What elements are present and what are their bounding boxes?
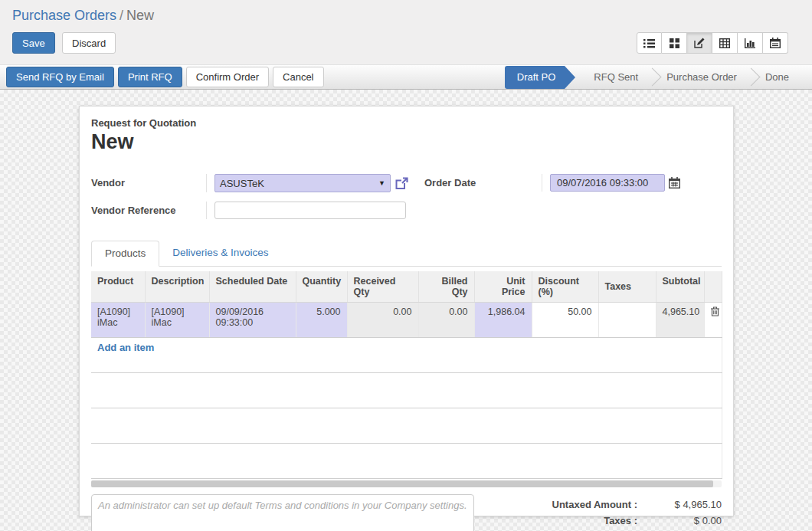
notebook-tabs: Products Deliveries & Invoices [91,241,722,267]
confirm-order-button[interactable]: Confirm Order [186,67,269,87]
save-button[interactable]: Save [12,32,55,54]
col-header-discount[interactable]: Discount (%) [532,271,598,303]
vendor-label: Vendor [91,174,206,192]
form-sheet: Request for Quotation New Vendor ASUSTeK… [79,106,734,516]
cell-quantity[interactable]: 5.000 [296,303,347,338]
pivot-view-icon[interactable] [712,32,738,54]
trash-icon [711,306,719,316]
cell-description[interactable]: [A1090] iMac [145,303,209,338]
breadcrumb: Purchase Orders/New [0,0,812,24]
sheet-subtitle: Request for Quotation [91,117,722,129]
tab-deliveries-invoices[interactable]: Deliveries & Invoices [159,241,281,266]
untaxed-amount-label: Untaxed Amount : [552,499,637,510]
status-step-purchase-order[interactable]: Purchase Order [654,65,749,90]
vendor-reference-input[interactable] [214,202,406,219]
vendor-select[interactable]: ASUSTeK ▼ [214,174,391,192]
add-an-item-link[interactable]: Add an item [97,342,154,353]
send-rfq-button[interactable]: Send RFQ by Email [6,67,114,87]
empty-row [91,408,722,444]
cell-product[interactable]: [A1090] iMac [91,303,145,338]
tab-products[interactable]: Products [91,241,159,267]
horizontal-scrollbar[interactable] [91,480,722,487]
page-title: New [91,130,722,154]
top-bar: Purchase Orders/New Save Discard [0,0,812,65]
scrollbar-thumb[interactable] [91,480,713,487]
cell-unit-price[interactable]: 1,986.04 [474,303,532,338]
table-row[interactable]: [A1090] iMac [A1090] iMac 09/09/2016 09:… [91,303,722,338]
breadcrumb-separator: / [116,8,126,23]
untaxed-amount-value: $ 4,965.10 [637,499,722,510]
status-bar: Draft PO RFQ Sent Purchase Order Done [505,65,812,90]
external-link-icon[interactable] [395,177,408,190]
chevron-down-icon: ▼ [378,179,385,187]
col-header-billed-qty[interactable]: Billed Qty [418,271,474,303]
terms-textarea[interactable] [91,494,474,531]
vendor-reference-label: Vendor Reference [91,202,206,219]
cell-subtotal: 4,965.10 [656,303,704,338]
col-header-taxes[interactable]: Taxes [598,271,656,303]
cancel-button[interactable]: Cancel [273,67,323,87]
action-bar: Send RFQ by Email Print RFQ Confirm Orde… [0,65,812,90]
content-area: Request for Quotation New Vendor ASUSTeK… [0,90,812,531]
order-lines-table: Product Description Scheduled Date Quant… [91,271,722,479]
status-step-rfq-sent[interactable]: RFQ Sent [581,65,650,90]
status-step-draft-po[interactable]: Draft PO [505,66,565,89]
breadcrumb-current: New [126,8,154,23]
view-switcher [637,32,788,54]
delete-row-button[interactable] [704,303,722,338]
col-header-description[interactable]: Description [145,271,209,303]
cell-billed-qty: 0.00 [418,303,474,338]
cell-scheduled-date[interactable]: 09/09/2016 09:33:00 [209,303,296,338]
col-header-product[interactable]: Product [91,271,145,303]
order-date-input[interactable] [550,174,665,192]
cell-discount[interactable]: 50.00 [532,303,598,338]
calendar-icon[interactable] [669,177,680,188]
empty-row [91,444,722,479]
calendar-view-icon[interactable] [763,32,788,54]
order-date-label: Order Date [424,174,542,192]
empty-row [91,373,722,408]
cell-taxes[interactable] [598,303,656,338]
col-header-unit-price[interactable]: Unit Price [474,271,532,303]
col-header-subtotal[interactable]: Subtotal [656,271,704,303]
col-header-received-qty[interactable]: Received Qty [347,271,418,303]
totals-block: Untaxed Amount : $ 4,965.10 Taxes : $ 0.… [474,494,722,531]
discard-button[interactable]: Discard [62,32,116,54]
print-rfq-button[interactable]: Print RFQ [118,67,182,87]
graph-view-icon[interactable] [738,32,763,54]
taxes-label: Taxes : [604,515,637,526]
kanban-view-icon[interactable] [662,32,687,54]
list-view-icon[interactable] [637,32,662,54]
add-item-row: Add an item [91,338,722,373]
cell-received-qty: 0.00 [347,303,418,338]
table-header-row: Product Description Scheduled Date Quant… [91,271,722,303]
form-view-icon[interactable] [687,32,712,54]
breadcrumb-purchase-orders[interactable]: Purchase Orders [12,8,116,23]
vendor-value: ASUSTeK [220,178,264,189]
col-header-delete [704,271,722,303]
col-header-scheduled-date[interactable]: Scheduled Date [209,271,296,303]
col-header-quantity[interactable]: Quantity [296,271,347,303]
taxes-value: $ 0.00 [637,515,722,526]
